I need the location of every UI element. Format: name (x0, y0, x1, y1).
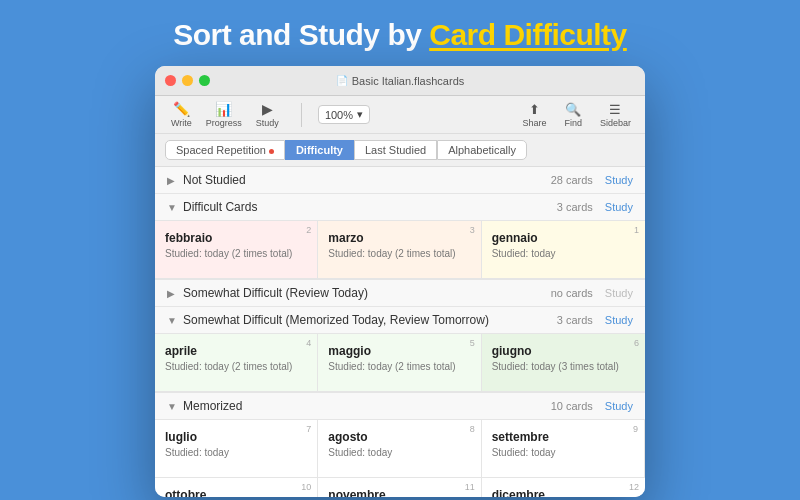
sidebar-button[interactable]: ☰ Sidebar (596, 100, 635, 130)
zoom-control[interactable]: 100% ▾ (318, 105, 370, 124)
app-window: 📄 Basic Italian.flashcards ✏️ Write 📊 Pr… (155, 66, 645, 497)
file-icon: 📄 (336, 75, 348, 86)
chevron-down-icon: ▾ (357, 108, 363, 121)
card-item[interactable]: 7 luglio Studied: today (155, 420, 318, 478)
section-not-studied[interactable]: ▶ Not Studied 28 cards Study (155, 167, 645, 194)
toolbar-divider-1 (301, 103, 302, 127)
minimize-button[interactable] (182, 75, 193, 86)
toolbar: ✏️ Write 📊 Progress ▶ Study 100% ▾ ⬆ Sha… (155, 96, 645, 134)
chevron-right-icon: ▶ (167, 288, 177, 299)
card-item[interactable]: 3 marzo Studied: today (2 times total) (318, 221, 481, 279)
section-somewhat-difficult-memorized[interactable]: ▼ Somewhat Difficult (Memorized Today, R… (155, 307, 645, 334)
tab-difficulty[interactable]: Difficulty (285, 140, 354, 160)
maximize-button[interactable] (199, 75, 210, 86)
find-button[interactable]: 🔍 Find (560, 100, 586, 130)
card-item[interactable]: 1 gennaio Studied: today (482, 221, 645, 279)
section-somewhat-difficult-review[interactable]: ▶ Somewhat Difficult (Review Today) no c… (155, 280, 645, 307)
memorized-study-button[interactable]: Study (605, 400, 633, 412)
progress-icon: 📊 (215, 101, 232, 117)
share-icon: ⬆ (529, 102, 540, 117)
card-item[interactable]: 9 settembre Studied: today (482, 420, 645, 478)
find-icon: 🔍 (565, 102, 581, 117)
somewhat-difficult-review-study-button[interactable]: Study (605, 287, 633, 299)
chevron-down-icon: ▼ (167, 315, 177, 326)
tab-spaced-repetition[interactable]: Spaced Repetition (165, 140, 285, 160)
study-button[interactable]: ▶ Study (250, 99, 285, 130)
chevron-down-icon: ▼ (167, 202, 177, 213)
share-button[interactable]: ⬆ Share (518, 100, 550, 130)
memorized-cards-grid: 7 luglio Studied: today 8 agosto Studied… (155, 420, 645, 497)
card-item[interactable]: 8 agosto Studied: today (318, 420, 481, 478)
somewhat-difficult-memorized-study-button[interactable]: Study (605, 314, 633, 326)
tab-alphabetically[interactable]: Alphabetically (437, 140, 527, 160)
card-item[interactable]: 2 febbraio Studied: today (2 times total… (155, 221, 318, 279)
section-difficult-cards[interactable]: ▼ Difficult Cards 3 cards Study (155, 194, 645, 221)
card-item[interactable]: 12 dicembre Studied: today (482, 478, 645, 497)
window-title: 📄 Basic Italian.flashcards (336, 75, 465, 87)
sort-tabs-bar: Spaced Repetition Difficulty Last Studie… (155, 134, 645, 167)
card-item[interactable]: 5 maggio Studied: today (2 times total) (318, 334, 481, 392)
difficult-cards-grid: 2 febbraio Studied: today (2 times total… (155, 221, 645, 280)
chevron-down-icon: ▼ (167, 401, 177, 412)
play-icon: ▶ (262, 101, 273, 117)
traffic-lights (165, 75, 210, 86)
write-button[interactable]: ✏️ Write (165, 99, 198, 130)
hero-title-prefix: Sort and Study by (173, 18, 429, 51)
hero-title: Sort and Study by Card Difficulty (173, 18, 627, 52)
card-item[interactable]: 4 aprile Studied: today (2 times total) (155, 334, 318, 392)
card-item[interactable]: 11 novembre Studied: today (318, 478, 481, 497)
tab-last-studied[interactable]: Last Studied (354, 140, 437, 160)
toolbar-left-group: ✏️ Write 📊 Progress ▶ Study (165, 99, 285, 130)
close-button[interactable] (165, 75, 176, 86)
card-item[interactable]: 6 giugno Studied: today (3 times total) (482, 334, 645, 392)
not-studied-study-button[interactable]: Study (605, 174, 633, 186)
sidebar-icon: ☰ (609, 102, 621, 117)
card-item[interactable]: 10 ottobre Studied: today (155, 478, 318, 497)
difficult-cards-study-button[interactable]: Study (605, 201, 633, 213)
section-memorized[interactable]: ▼ Memorized 10 cards Study (155, 393, 645, 420)
chevron-right-icon: ▶ (167, 175, 177, 186)
hero-title-highlight: Card Difficulty (429, 18, 627, 51)
somewhat-difficult-memorized-grid: 4 aprile Studied: today (2 times total) … (155, 334, 645, 393)
toolbar-right: ⬆ Share 🔍 Find ☰ Sidebar (518, 100, 635, 130)
content-area: ▶ Not Studied 28 cards Study ▼ Difficult… (155, 167, 645, 497)
titlebar: 📄 Basic Italian.flashcards (155, 66, 645, 96)
write-icon: ✏️ (173, 101, 190, 117)
progress-button[interactable]: 📊 Progress (200, 99, 248, 130)
